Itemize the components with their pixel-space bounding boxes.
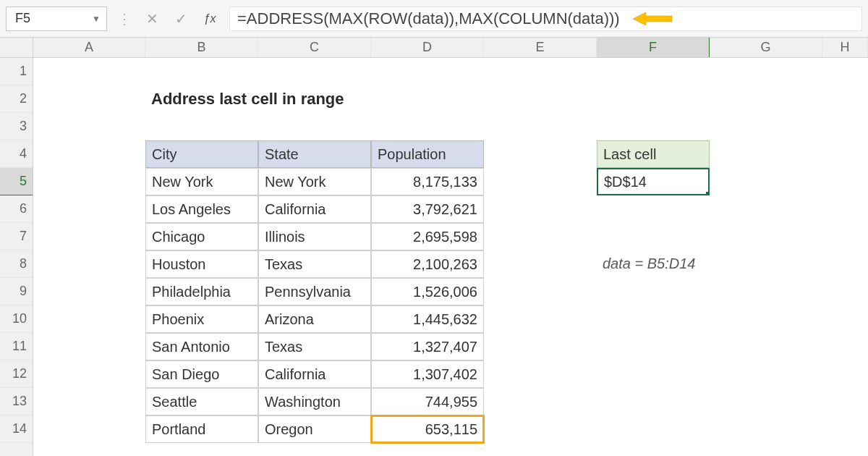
col-header[interactable]: H xyxy=(822,38,868,57)
table-cell-city[interactable]: San Diego xyxy=(145,360,258,388)
cell[interactable] xyxy=(33,58,145,85)
cell[interactable] xyxy=(33,113,145,140)
row-header[interactable]: 6 xyxy=(0,195,33,223)
row-header[interactable]: 9 xyxy=(0,278,33,305)
cell[interactable] xyxy=(371,113,484,140)
col-header[interactable]: D xyxy=(371,38,484,57)
cell[interactable] xyxy=(484,333,597,360)
cancel-icon[interactable]: ✕ xyxy=(142,9,161,28)
table-cell-state[interactable]: Washington xyxy=(258,388,371,415)
cell[interactable] xyxy=(822,415,868,443)
table-cell-city[interactable]: Portland xyxy=(145,415,258,443)
table-header-city[interactable]: City xyxy=(145,140,258,168)
cell[interactable] xyxy=(822,140,868,168)
table-cell-state[interactable]: Illinois xyxy=(258,223,371,250)
table-header-pop[interactable]: Population xyxy=(371,140,484,168)
cell[interactable] xyxy=(371,58,484,85)
cell[interactable] xyxy=(710,168,822,195)
table-cell-pop[interactable]: 1,327,407 xyxy=(371,333,484,360)
table-cell-pop[interactable]: 1,526,006 xyxy=(371,278,484,305)
cell[interactable] xyxy=(33,278,145,305)
cell[interactable] xyxy=(822,85,868,113)
cell[interactable] xyxy=(822,113,868,140)
cell[interactable] xyxy=(484,140,597,168)
table-cell-city[interactable]: Los Angeles xyxy=(145,195,258,223)
cell[interactable] xyxy=(822,278,868,305)
cell[interactable] xyxy=(597,415,710,443)
cell[interactable] xyxy=(484,278,597,305)
table-header-state[interactable]: State xyxy=(258,140,371,168)
cell[interactable] xyxy=(597,360,710,388)
table-cell-pop[interactable]: 1,307,402 xyxy=(371,360,484,388)
cell[interactable] xyxy=(371,85,484,113)
row-header[interactable]: 2 xyxy=(0,85,33,113)
cell[interactable] xyxy=(597,305,710,333)
cell[interactable] xyxy=(710,388,822,415)
cell[interactable] xyxy=(597,278,710,305)
table-cell-state[interactable]: Arizona xyxy=(258,305,371,333)
table-cell-state[interactable]: New York xyxy=(258,168,371,195)
cell[interactable] xyxy=(33,415,145,443)
cell[interactable] xyxy=(145,113,258,140)
row-header[interactable]: 7 xyxy=(0,223,33,250)
cell[interactable] xyxy=(484,360,597,388)
accept-icon[interactable]: ✓ xyxy=(171,9,190,28)
cell-grid[interactable]: Address last cell in range xyxy=(33,58,868,443)
page-title[interactable]: Address last cell in range xyxy=(145,85,258,113)
row-header[interactable]: 11 xyxy=(0,333,33,360)
table-cell-state[interactable]: Oregon xyxy=(258,415,371,443)
cell[interactable] xyxy=(822,305,868,333)
cell[interactable] xyxy=(597,333,710,360)
cell[interactable] xyxy=(484,388,597,415)
table-cell-pop[interactable]: 2,695,598 xyxy=(371,223,484,250)
cell[interactable] xyxy=(33,388,145,415)
table-cell-pop[interactable]: 8,175,133 xyxy=(371,168,484,195)
cell[interactable] xyxy=(484,305,597,333)
col-header[interactable]: E xyxy=(484,38,597,57)
row-header[interactable]: 1 xyxy=(0,58,33,85)
row-header[interactable]: 12 xyxy=(0,360,33,388)
col-header[interactable]: A xyxy=(33,38,145,57)
cell[interactable] xyxy=(484,195,597,223)
cell[interactable] xyxy=(33,333,145,360)
row-header[interactable]: 8 xyxy=(0,250,33,278)
cell[interactable] xyxy=(710,305,822,333)
table-cell-city[interactable]: San Antonio xyxy=(145,333,258,360)
result-header[interactable]: Last cell xyxy=(597,140,710,168)
row-header[interactable]: 14 xyxy=(0,415,33,443)
table-cell-state[interactable]: Pennsylvania xyxy=(258,278,371,305)
cell[interactable] xyxy=(597,85,710,113)
cell[interactable] xyxy=(484,168,597,195)
table-cell-city[interactable]: Houston xyxy=(145,250,258,278)
table-cell-pop-last[interactable]: 653,115 xyxy=(371,415,484,443)
table-cell-city[interactable]: New York xyxy=(145,168,258,195)
col-header[interactable]: B xyxy=(145,38,258,57)
cell[interactable] xyxy=(33,195,145,223)
table-cell-state[interactable]: Texas xyxy=(258,333,371,360)
cell[interactable] xyxy=(710,58,822,85)
cell[interactable] xyxy=(822,58,868,85)
cell[interactable] xyxy=(822,223,868,250)
cell[interactable] xyxy=(710,113,822,140)
cell[interactable] xyxy=(484,113,597,140)
cell[interactable] xyxy=(484,58,597,85)
row-header[interactable]: 13 xyxy=(0,388,33,415)
cell[interactable] xyxy=(597,388,710,415)
cell[interactable] xyxy=(710,195,822,223)
cell[interactable] xyxy=(822,168,868,195)
formula-input[interactable]: =ADDRESS(MAX(ROW(data)),MAX(COLUMN(data)… xyxy=(229,7,862,31)
table-cell-city[interactable]: Chicago xyxy=(145,223,258,250)
table-cell-state[interactable]: California xyxy=(258,360,371,388)
cell[interactable] xyxy=(33,140,145,168)
table-cell-city[interactable]: Phoenix xyxy=(145,305,258,333)
row-header[interactable]: 5 xyxy=(0,168,33,195)
cell[interactable] xyxy=(597,195,710,223)
cell[interactable] xyxy=(710,223,822,250)
cell[interactable] xyxy=(710,415,822,443)
table-cell-city[interactable]: Philadelphia xyxy=(145,278,258,305)
fx-icon[interactable]: ƒx xyxy=(200,9,219,28)
table-cell-pop[interactable]: 3,792,621 xyxy=(371,195,484,223)
cell[interactable] xyxy=(597,223,710,250)
range-note[interactable]: data = B5:D14 xyxy=(597,250,710,278)
cell[interactable] xyxy=(145,58,258,85)
